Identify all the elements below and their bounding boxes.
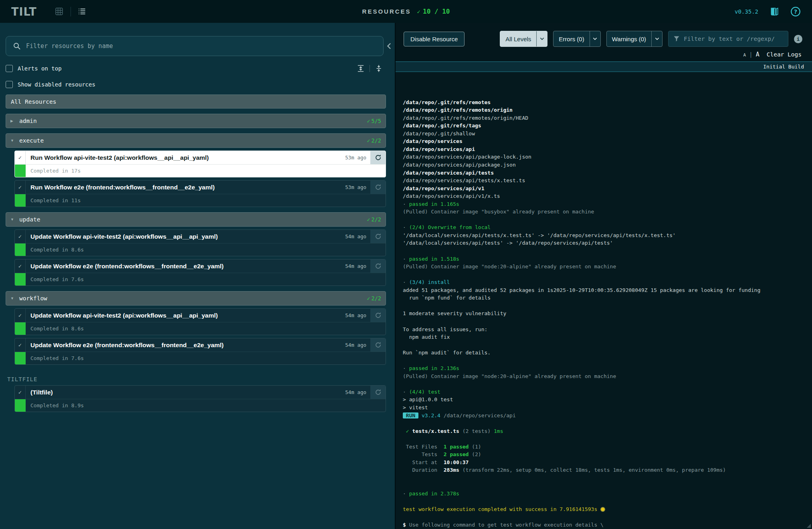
resource-filter-input[interactable] xyxy=(26,42,376,50)
resource-group: ▼ update ✓2/2 ✓ Update Workflow api-vite… xyxy=(6,212,386,286)
font-smaller-button[interactable]: A xyxy=(743,52,746,58)
refresh-button[interactable] xyxy=(370,309,386,322)
group-name: update xyxy=(19,216,40,223)
resource-item-title-row: ✓ Update Workflow e2e (frontend:workflow… xyxy=(15,259,386,273)
search-row xyxy=(6,36,393,56)
log-segment: Tests xyxy=(403,451,444,457)
expand-all-icon[interactable] xyxy=(357,64,365,72)
group-status-count: ✓5/5 xyxy=(367,118,381,124)
log-line: Test Files 1 passed (1) xyxy=(403,443,806,451)
log-levels-label: All Levels xyxy=(500,31,536,46)
show-disabled-row: Show disabled resources xyxy=(6,81,383,88)
log-line: Start at 10:00:37 xyxy=(403,459,806,467)
log-line xyxy=(403,380,806,388)
group-count-value: 5/5 xyxy=(372,118,381,124)
chevron-down-icon[interactable] xyxy=(651,31,662,46)
funnel-icon xyxy=(673,36,680,42)
tiltfile-section: ✓ (Tiltfile) 54m ago Completed in 8.9s xyxy=(14,385,386,412)
refresh-button[interactable] xyxy=(370,386,386,399)
resource-title: Update Workflow api-vite-test2 (api:work… xyxy=(26,233,341,240)
view-divider xyxy=(71,7,71,16)
group-count-value: 2/2 xyxy=(372,137,381,144)
all-resources-button[interactable]: All Resources xyxy=(6,95,386,109)
log-output[interactable]: /data/repo/.git/refs/remotes/data/repo/.… xyxy=(396,72,812,529)
help-icon[interactable]: ? xyxy=(790,6,801,17)
log-segment: 1 passed xyxy=(444,444,469,450)
log-line xyxy=(403,419,806,427)
resource-item[interactable]: ✓ (Tiltfile) 54m ago Completed in 8.9s xyxy=(14,385,386,412)
resource-title: Update Workflow e2e (frontend:workflows_… xyxy=(26,342,341,349)
resize-corner-icon xyxy=(807,524,811,528)
check-icon: ✓ xyxy=(15,151,26,164)
resource-title: Run Workflow e2e (frontend:workflows__fr… xyxy=(26,184,341,191)
log-line: /data/repo/.git/refs/tags xyxy=(403,122,806,130)
log-line: npm audit fix xyxy=(403,333,806,341)
tilt-app: TILT RESOURCES ✓10 / 10 v0.35.2 ? xyxy=(0,0,812,529)
check-icon: ✓ xyxy=(367,137,370,144)
resource-item[interactable]: ✓ Run Workflow e2e (frontend:workflows__… xyxy=(14,180,386,207)
log-line: > vitest xyxy=(403,404,806,412)
resource-item[interactable]: ✓ Update Workflow api-vite-test2 (api:wo… xyxy=(14,308,386,335)
disable-resource-button[interactable]: Disable Resource xyxy=(404,32,465,46)
resource-group-header[interactable]: ▼ execute ✓2/2 xyxy=(6,133,386,148)
log-segment: (2) xyxy=(469,451,481,457)
font-larger-button[interactable]: A xyxy=(756,51,759,58)
group-name: admin xyxy=(19,118,37,124)
resources-count-value: 10 / 10 xyxy=(423,8,450,15)
log-segment: Run `npm audit` for details. xyxy=(403,350,491,356)
log-segment: · xyxy=(403,256,409,262)
group-items: ✓ Update Workflow api-vite-test2 (api:wo… xyxy=(14,308,386,365)
chevron-down-icon[interactable] xyxy=(536,31,547,46)
log-line: · passed in 1.165s xyxy=(403,200,806,208)
resource-item[interactable]: ✓ Run Workflow api-vite-test2 (api:workf… xyxy=(14,151,386,177)
resource-item-title-row: ✓ (Tiltfile) 54m ago xyxy=(15,386,386,399)
refresh-button[interactable] xyxy=(370,338,386,352)
alerts-on-top-checkbox[interactable] xyxy=(6,65,13,72)
log-line: · (4/4) test xyxy=(403,388,806,396)
controls-divider xyxy=(370,65,370,72)
log-segment: (2 tests) xyxy=(463,428,494,434)
resource-item[interactable]: ✓ Update Workflow e2e (frontend:workflow… xyxy=(14,259,386,286)
log-segment: passed in 1.518s xyxy=(409,256,459,262)
show-disabled-checkbox[interactable] xyxy=(6,81,13,88)
resource-timestamp: 54m ago xyxy=(345,312,366,318)
docs-icon[interactable] xyxy=(769,6,780,17)
refresh-button[interactable] xyxy=(370,230,386,243)
resource-item[interactable]: ✓ Update Workflow e2e (frontend:workflow… xyxy=(14,338,386,365)
log-segment: npm audit fix xyxy=(403,334,450,340)
filter-info-icon[interactable]: i xyxy=(794,35,802,43)
list-view-icon[interactable] xyxy=(77,7,87,16)
log-segment: passed in 2.378s xyxy=(409,491,459,497)
log-line: /data/repo/.git/refs/remotes/origin/HEAD xyxy=(403,114,806,122)
sidebar-collapse-icon[interactable] xyxy=(384,43,393,49)
resource-timestamp: 54m ago xyxy=(345,342,366,348)
table-view-icon[interactable] xyxy=(55,7,64,16)
log-line xyxy=(403,341,806,349)
resource-item-status-row: Completed in 11s xyxy=(15,194,386,207)
resource-status: Completed in 11s xyxy=(26,194,81,207)
status-color-bar xyxy=(15,243,26,256)
clear-logs-button[interactable]: Clear Logs xyxy=(767,51,802,58)
collapse-all-icon[interactable] xyxy=(375,64,383,72)
resource-item-title-row: ✓ Update Workflow api-vite-test2 (api:wo… xyxy=(15,230,386,243)
group-items: ✓ Run Workflow api-vite-test2 (api:workf… xyxy=(14,151,386,207)
refresh-button[interactable] xyxy=(370,181,386,194)
refresh-button[interactable] xyxy=(370,151,386,164)
log-line: To address all issues, run: xyxy=(403,326,806,334)
resource-group-header[interactable]: ▶ admin ✓5/5 xyxy=(6,114,386,128)
log-levels-dropdown[interactable]: All Levels xyxy=(500,31,547,47)
errors-dropdown[interactable]: Errors (0) xyxy=(553,31,600,47)
log-line: /data/repo/services/api/package-lock.jso… xyxy=(403,153,806,161)
refresh-button[interactable] xyxy=(370,259,386,273)
warnings-dropdown[interactable]: Warnings (0) xyxy=(606,31,663,47)
resource-item-status-row: Completed in 8.6s xyxy=(15,322,386,335)
status-color-bar xyxy=(15,165,26,177)
resource-group-header[interactable]: ▼ update ✓2/2 xyxy=(6,212,386,227)
resource-item-title-row: ✓ Update Workflow e2e (frontend:workflow… xyxy=(15,338,386,352)
log-segment: Use following command to get test workfl… xyxy=(406,522,604,528)
log-filter-input[interactable] xyxy=(684,36,783,42)
chevron-down-icon[interactable] xyxy=(590,31,600,46)
resource-item[interactable]: ✓ Update Workflow api-vite-test2 (api:wo… xyxy=(14,229,386,256)
search-icon xyxy=(13,42,21,50)
resource-group-header[interactable]: ▼ workflow ✓2/2 xyxy=(6,291,386,306)
